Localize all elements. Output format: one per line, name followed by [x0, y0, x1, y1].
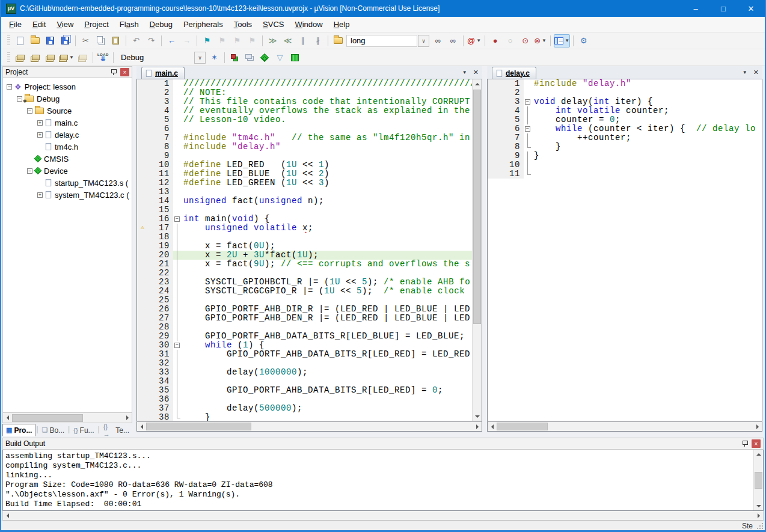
tree-item-tm4c-h[interactable]: tm4c.h	[3, 141, 132, 153]
scroll-right-icon[interactable]	[753, 422, 762, 431]
manage-project-items-button[interactable]	[228, 51, 242, 64]
panel-tab-project[interactable]: ▦Pro...	[2, 424, 35, 436]
build-output-vscrollbar[interactable]	[753, 450, 763, 510]
editor1-hscrollbar[interactable]	[136, 421, 482, 432]
tree-item-debug[interactable]: −Debug	[3, 93, 132, 105]
tab-main-c[interactable]: main.c	[141, 67, 185, 79]
scrollbar-thumb[interactable]	[755, 472, 762, 489]
menu-file[interactable]: File	[4, 18, 27, 31]
tree-item-device[interactable]: −Device	[3, 165, 132, 177]
menu-window[interactable]: Window	[289, 18, 328, 31]
panel-tab-books[interactable]: ❏Bo...	[39, 424, 68, 436]
panel-tab-templates[interactable]: {}→Te...	[100, 424, 132, 436]
minimize-button[interactable]: –	[682, 0, 709, 17]
unindent-selection-button[interactable]: ≪	[281, 34, 295, 47]
code-area-delay-c[interactable]: 1#include "delay.h"23−void delay(int ite…	[488, 79, 762, 421]
tree-expander-icon[interactable]: −	[27, 168, 32, 174]
previous-bookmark-button[interactable]: ⚑	[215, 34, 229, 47]
fold-margin[interactable]: −	[173, 215, 182, 224]
menu-tools[interactable]: Tools	[228, 18, 257, 31]
fold-collapse-icon[interactable]: −	[525, 99, 530, 105]
menu-flash[interactable]: Flash	[114, 18, 144, 31]
translate-file-button[interactable]	[13, 51, 27, 64]
dropdown-caret-icon[interactable]: ▼	[69, 55, 74, 60]
redo-button[interactable]: ↷	[144, 34, 158, 47]
copy-button[interactable]	[94, 34, 108, 47]
save-all-button[interactable]	[58, 34, 72, 47]
insert-breakpoint-button[interactable]: ●	[488, 34, 502, 47]
configure-button[interactable]: ⚙	[577, 34, 590, 47]
pack-installer-button[interactable]	[288, 51, 302, 64]
window-layout-button[interactable]: ▼	[554, 34, 570, 47]
code-area-main-c[interactable]: 1///////////////////////////////////////…	[137, 79, 472, 421]
scroll-up-icon[interactable]	[754, 450, 763, 459]
tab-list-dropdown-icon[interactable]: ▼	[743, 70, 747, 75]
save-button[interactable]	[43, 34, 57, 47]
search-text-combo[interactable]: long	[346, 35, 417, 47]
incremental-find-button[interactable]: ∞	[446, 34, 460, 47]
menu-svcs[interactable]: SVCS	[257, 18, 289, 31]
multi-project-workspace-button[interactable]	[243, 51, 257, 64]
maximize-button[interactable]: □	[709, 0, 737, 17]
fold-margin[interactable]: −	[173, 341, 182, 350]
rebuild-target-button[interactable]	[43, 51, 57, 64]
close-document-icon[interactable]: ✕	[753, 69, 759, 76]
pin-icon[interactable]	[109, 68, 118, 76]
menu-help[interactable]: Help	[328, 18, 355, 31]
scrollbar-thumb[interactable]	[497, 423, 548, 430]
build-output-hscrollbar[interactable]	[2, 511, 764, 521]
build-target-button[interactable]	[28, 51, 42, 64]
options-for-target-button[interactable]: ✶	[207, 51, 221, 64]
menu-peripherals[interactable]: Peripherals	[178, 18, 228, 31]
cut-button[interactable]: ✂	[79, 34, 93, 47]
splitter-editors[interactable]	[482, 66, 487, 438]
target-select-value[interactable]: Debug	[116, 53, 194, 62]
editor1-vscrollbar[interactable]	[472, 79, 482, 421]
close-button[interactable]: ✕	[737, 0, 765, 17]
fold-collapse-icon[interactable]: −	[174, 343, 180, 348]
dropdown-caret-icon[interactable]: ▼	[542, 38, 547, 43]
tree-item-system-tm4c123-c-[interactable]: +system_TM4C123.c (	[3, 189, 132, 201]
disable-all-breakpoints-button[interactable]: ⊙	[518, 34, 532, 47]
pin-icon[interactable]	[741, 439, 749, 448]
scrollbar-thumb[interactable]	[473, 90, 481, 324]
tree-expander-icon[interactable]: −	[27, 108, 32, 114]
scroll-down-icon[interactable]	[473, 412, 482, 421]
search-dropdown-button[interactable]: ∨	[418, 35, 429, 47]
build-output-text[interactable]: assembling startup_TM4C123.s...compiling…	[3, 450, 753, 510]
tree-item-startup-tm4c123-s-[interactable]: startup_TM4C123.s (	[3, 177, 132, 189]
scroll-left-icon[interactable]	[137, 422, 146, 431]
project-panel-hscrollbar[interactable]	[2, 413, 132, 423]
fold-margin[interactable]: −	[524, 97, 532, 106]
select-software-packs-button[interactable]: ▽	[273, 51, 287, 64]
tab-delay-c[interactable]: delay.c	[492, 67, 536, 79]
navigate-back-button[interactable]: ←	[165, 34, 179, 47]
scrollbar-thumb[interactable]	[12, 414, 83, 422]
open-file-button[interactable]	[28, 34, 42, 47]
fold-collapse-icon[interactable]: −	[174, 216, 180, 222]
find-in-files-icon-button[interactable]: ∞	[431, 34, 445, 47]
panel-tab-functions[interactable]: {}Fu...	[70, 424, 97, 436]
insert-bookmark-button[interactable]: ⚑	[200, 34, 214, 47]
undo-button[interactable]: ↶	[129, 34, 143, 47]
scroll-left-icon[interactable]	[488, 422, 497, 431]
tree-expander-icon[interactable]: +	[37, 192, 43, 198]
tree-item-delay-c[interactable]: +delay.c	[3, 129, 132, 141]
fold-collapse-icon[interactable]: −	[525, 126, 530, 132]
menu-debug[interactable]: Debug	[144, 18, 178, 31]
menu-edit[interactable]: Edit	[27, 18, 51, 31]
navigate-forward-button[interactable]: →	[180, 34, 194, 47]
kill-all-breakpoints-button[interactable]: ⊗▼	[533, 34, 547, 47]
menu-view[interactable]: View	[51, 18, 79, 31]
resize-grip[interactable]	[756, 522, 764, 530]
scroll-right-icon[interactable]	[473, 422, 482, 431]
tab-list-dropdown-icon[interactable]: ▼	[462, 70, 467, 75]
new-file-button[interactable]	[13, 34, 27, 47]
build-output-close-icon[interactable]: ×	[752, 439, 761, 448]
dropdown-caret-icon[interactable]: ▼	[565, 38, 569, 43]
scroll-right-icon[interactable]	[123, 414, 132, 423]
splitter-left[interactable]	[132, 66, 136, 438]
toolbar-grip[interactable]	[7, 35, 10, 46]
tree-item-source[interactable]: −Source	[3, 105, 132, 117]
tree-expander-icon[interactable]: +	[37, 132, 43, 138]
